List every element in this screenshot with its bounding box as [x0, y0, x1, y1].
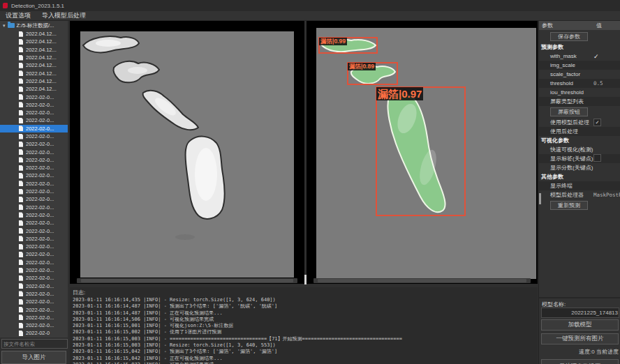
tree-item[interactable]: 2022-02-0... [0, 250, 68, 258]
file-icon [19, 86, 23, 92]
app-window: Detection_2023.1.5.1 设置选项 导入模型后处理 ▾ Z:/5… [0, 0, 620, 364]
tree-item[interactable]: 2022-02-0... [0, 109, 68, 116]
tree-item[interactable]: 2022-02-0... [0, 180, 68, 188]
tree-item[interactable]: 2022-02-0... [0, 211, 68, 219]
tree-item[interactable]: 2022-02-0... [0, 164, 68, 172]
param-label: threshold [550, 80, 593, 86]
param-row[interactable]: 快速可视化(检测) [539, 145, 620, 154]
tree-item[interactable]: 2022-02-0 [0, 329, 68, 337]
save-params-row: 保存参数 [539, 30, 620, 43]
tree-item[interactable]: 2022.04.12... [0, 46, 68, 54]
param-row[interactable]: 使用后处理 [539, 127, 620, 136]
import-images-button[interactable]: 导入图片 [1, 351, 66, 364]
tree-item[interactable]: 2022-02-0... [0, 290, 68, 298]
param-row[interactable]: scale_factor [539, 70, 620, 79]
tree-item[interactable]: 2022-02-0... [0, 259, 68, 266]
param-label: 显示标签(关键点) [550, 155, 593, 162]
tree-item[interactable]: 2022-02-0... [0, 156, 68, 164]
tree-item[interactable]: 2022-02-0... [0, 132, 68, 140]
param-row[interactable]: img_scale [539, 61, 620, 70]
file-icon [19, 268, 23, 273]
tree-item[interactable]: 2022-02-0... [0, 188, 68, 195]
checkbox-empty-icon[interactable] [593, 154, 601, 162]
file-icon [19, 228, 23, 234]
log-line-list[interactable]: 2023-01-11 16:16:14,435 |INFO| - Resize:… [70, 297, 538, 364]
tree-item[interactable]: 2022-02-0... [0, 305, 68, 313]
tree-item[interactable]: 2022-02-0... [0, 195, 68, 203]
tree-item[interactable]: 2022-02-0... [0, 274, 68, 282]
tree-item[interactable]: 2022-02-0... [0, 101, 68, 109]
file-icon [19, 244, 23, 250]
tree-item-label: 2022-02-0... [26, 243, 54, 250]
tree-item[interactable]: 2022-02-0... [0, 204, 68, 211]
tree-item[interactable]: 2022-02-0... [0, 219, 68, 227]
tree-item[interactable]: 2022-02-0... [0, 93, 68, 100]
tree-item-label: 2022-02-0... [26, 275, 54, 281]
tree-item[interactable]: 2022-02-0... [0, 298, 68, 305]
file-icon [19, 189, 23, 195]
tree-item[interactable]: 2022-02-0... [0, 148, 68, 156]
tree-item-label: 2022-02-0... [26, 172, 54, 179]
file-icon [19, 323, 23, 328]
param-label: 显示终端 [550, 182, 593, 190]
search-input[interactable] [1, 339, 68, 349]
tree-item[interactable]: 2022-02-0... [0, 235, 68, 243]
tree-item[interactable]: 2022.04.12... [0, 77, 68, 85]
menu-item-import-postprocess[interactable]: 导入模型后处理 [42, 11, 86, 20]
right-horizontal-scrollbar[interactable] [313, 278, 531, 283]
file-icon [19, 110, 23, 116]
tree-item[interactable]: 2022-02-0... [0, 314, 68, 321]
tree-item[interactable]: 2022.04.12... [0, 61, 68, 69]
param-row[interactable]: 使用模型后处理✓ [539, 118, 620, 127]
file-icon [19, 291, 23, 296]
param-label: 显示分数(关键点) [550, 164, 593, 172]
tree-item[interactable]: 2022-02-0... [0, 243, 68, 250]
param-button[interactable]: 屏蔽按钮 [550, 107, 588, 116]
file-icon [19, 259, 23, 265]
tree-root[interactable]: ▾ Z:/5-标注数据/... [0, 21, 68, 30]
file-icon [19, 307, 23, 312]
tree-item-label: 2022-02-0... [26, 94, 54, 100]
checkbox-checked-icon[interactable]: ✓ [593, 119, 601, 126]
param-row[interactable]: iou_threshold [539, 88, 620, 97]
tree-item[interactable]: 2022-02-0... [0, 125, 68, 132]
param-row[interactable]: 屏蔽类型列表 [539, 97, 620, 106]
tree-item[interactable]: 2022-02-0... [0, 140, 68, 148]
tree-item[interactable]: 2022-02-0... [0, 116, 68, 124]
param-row[interactable]: 显示终端 [539, 181, 620, 190]
tree-item-label: 2022.04.12... [26, 47, 57, 53]
save-params-button[interactable]: 保存参数 [550, 32, 588, 41]
tree-item[interactable]: 2022-02-0... [0, 321, 68, 329]
tree-item-label: 2022.04.12... [26, 62, 57, 68]
params-scrollbar[interactable] [539, 193, 541, 204]
postprocess-params-button[interactable]: 后处理参数设置 [541, 359, 619, 364]
model-name-field[interactable]: 20221225_174813 [541, 308, 619, 318]
left-horizontal-scrollbar[interactable] [77, 278, 297, 283]
tree-item-label: 2022-02-0... [26, 109, 54, 116]
tree-item[interactable]: 2022-02-0... [0, 227, 68, 234]
caret-down-icon[interactable]: ▾ [3, 23, 6, 29]
tree-item[interactable]: 2022.04.12... [0, 85, 68, 93]
image-panel-left [70, 21, 304, 284]
tree-item-list: 2022.04.12...2022.04.12...2022.04.12...2… [0, 30, 68, 338]
load-model-button[interactable]: 加载模型 [541, 319, 619, 331]
tree-item[interactable]: 2022.04.12... [0, 54, 68, 61]
tree-item[interactable]: 2022-02-0... [0, 266, 68, 274]
param-row[interactable]: with_mask✓ [539, 52, 620, 61]
tree-root-label: Z:/5-标注数据/... [17, 22, 54, 29]
param-row[interactable]: 显示分数(关键点) [539, 163, 620, 172]
param-row[interactable]: 模型后处理器MaskPostPro [539, 190, 620, 199]
tree-item[interactable]: 2022.04.12... [0, 38, 68, 45]
tree-item[interactable]: 2022.04.12... [0, 30, 68, 38]
tree-item[interactable]: 2022-02-0... [0, 282, 68, 290]
predict-all-button[interactable]: 一键预测所有图片 [541, 333, 619, 344]
tree-item[interactable]: 2022.04.12... [0, 69, 68, 77]
menu-item-settings[interactable]: 设置选项 [6, 11, 31, 20]
param-button[interactable]: 重新预测 [550, 201, 588, 210]
param-row[interactable]: threshold0.5 [539, 79, 620, 88]
file-icon [19, 70, 23, 76]
detection-box [376, 86, 466, 216]
tree-item[interactable]: 2022-02-0... [0, 172, 68, 179]
tree-item-label: 2022-02-0... [26, 133, 54, 139]
param-row[interactable]: 显示标签(关键点) [539, 154, 620, 163]
